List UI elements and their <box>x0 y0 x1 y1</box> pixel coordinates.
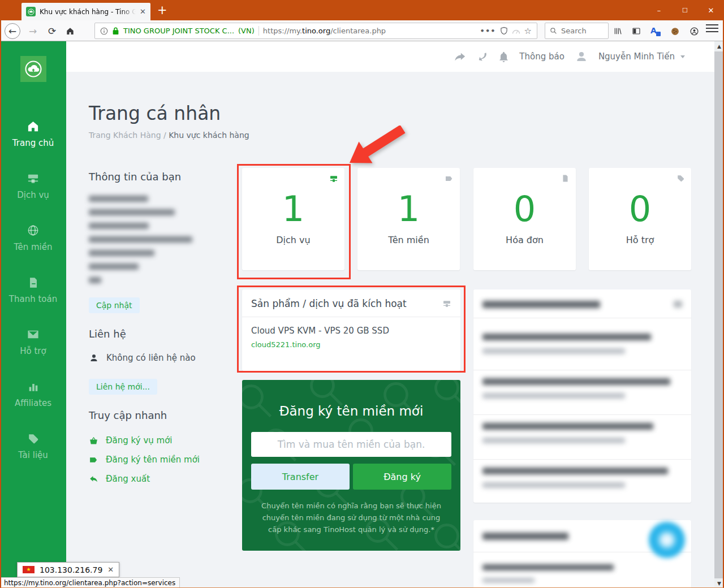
sidebar-item-billing[interactable]: Thanh toán <box>0 264 66 316</box>
browser-tab[interactable]: Khu vực khách hàng - Tino Gro ✕ <box>21 3 150 20</box>
library-icon[interactable] <box>613 27 622 36</box>
sidebar-item-services[interactable]: Dịch vụ <box>0 160 66 212</box>
contacts-title: Liên hệ <box>89 328 126 340</box>
transfer-button[interactable]: Transfer <box>251 464 350 490</box>
bookmark-star-icon[interactable]: ☆ <box>524 26 532 36</box>
browser-toolbar: ← → ⟳ TINO GROUP JOINT STOCK C... (VN) h… <box>0 20 724 41</box>
ip-address: 103.130.216.79 <box>40 565 102 574</box>
status-link-preview: https://my.tino.org/clientarea.php?actio… <box>0 577 180 588</box>
bell-icon[interactable] <box>498 51 509 63</box>
breadcrumb-parent[interactable]: Trang Khách Hàng <box>89 131 161 140</box>
sidebar-item-affiliates[interactable]: Affiliates <box>0 368 66 420</box>
redacted-profile-line <box>89 196 148 202</box>
stat-value: 0 <box>473 188 576 230</box>
maximize-button[interactable]: ☐ <box>672 0 698 20</box>
redacted-profile-line <box>89 263 139 270</box>
reload-button[interactable]: ⟳ <box>44 23 60 39</box>
cookie-extension-icon[interactable] <box>670 27 680 36</box>
tracking-protection-icon[interactable] <box>500 27 508 35</box>
share-icon[interactable] <box>454 51 466 62</box>
redacted-panel-title <box>482 301 600 308</box>
quick-link-logout[interactable]: Đăng xuất <box>89 474 150 484</box>
chat-widget-button[interactable] <box>649 522 685 558</box>
tino-logo[interactable] <box>20 56 46 82</box>
redacted-profile-line <box>89 250 154 256</box>
stat-card-tickets[interactable]: 0 Hỗ trợ <box>589 168 691 270</box>
new-tab-button[interactable]: + <box>157 2 167 18</box>
stat-label: Hóa đơn <box>473 235 576 245</box>
redacted-ticket-title <box>482 334 651 340</box>
notifications-label[interactable]: Thông báo <box>519 51 564 62</box>
transfer-note: Chuyển tên miền có nghĩa rằng bạn sẽ thự… <box>258 500 445 535</box>
new-contact-button[interactable]: Liên hệ mới... <box>89 379 157 395</box>
scroll-up-icon[interactable]: ▲ <box>714 41 724 51</box>
chart-icon <box>27 381 40 393</box>
claw-icon[interactable] <box>476 51 488 62</box>
back-button[interactable]: ← <box>5 23 20 39</box>
redacted-ticket-meta <box>482 438 625 443</box>
page-info-icon[interactable] <box>100 27 108 35</box>
sidebar-item-docs[interactable]: Tài liệu <box>0 420 66 472</box>
redacted-ticket-title <box>482 423 653 430</box>
ev-certificate-region: (VN) <box>238 27 255 35</box>
tag-icon <box>27 433 40 445</box>
quick-access-title: Truy cập nhanh <box>89 409 167 421</box>
account-icon[interactable] <box>689 27 699 36</box>
performance-icon[interactable] <box>512 28 520 34</box>
page-title: Trang cá nhân <box>89 102 221 124</box>
translate-icon[interactable]: A <box>650 26 661 36</box>
sidebars-icon[interactable] <box>632 27 641 36</box>
register-button[interactable]: Đăng ký <box>353 464 451 490</box>
minimize-button[interactable]: – <box>646 0 672 20</box>
menu-icon[interactable] <box>706 24 718 32</box>
forward-button[interactable]: → <box>25 23 41 39</box>
quick-link-register-domain[interactable]: Đăng ký tên miền mới <box>89 455 200 465</box>
sidebar-item-domains[interactable]: Tên miền <box>0 212 66 264</box>
profile-info-title: Thông tin của bạn <box>89 171 181 183</box>
redacted-ticket-title <box>482 468 668 474</box>
close-button[interactable]: ✕ <box>698 0 724 20</box>
tag-icon <box>676 174 685 183</box>
sidebar-item-home[interactable]: Trang chủ <box>0 108 66 160</box>
no-contacts-row: Không có liên hệ nào <box>89 353 196 363</box>
breadcrumb: Trang Khách Hàng / Khu vực khách hàng <box>89 131 249 140</box>
search-input[interactable] <box>561 27 601 35</box>
sidebar-item-support[interactable]: Hỗ trợ <box>0 316 66 368</box>
domain-search-input[interactable] <box>251 432 451 457</box>
stat-label: Tên miền <box>357 235 460 245</box>
flag-icon <box>445 174 454 183</box>
user-avatar-icon[interactable] <box>575 50 588 63</box>
lock-icon <box>112 27 119 35</box>
home-button[interactable] <box>62 23 78 39</box>
logout-icon <box>89 474 98 484</box>
update-button[interactable]: Cập nhật <box>89 297 140 313</box>
annotation-arrow <box>333 126 412 173</box>
site-favicon-icon <box>26 7 36 16</box>
redacted-panel-icon <box>674 301 682 308</box>
page-actions-icon[interactable]: ••• <box>480 27 496 35</box>
redacted-profile-line <box>89 223 149 229</box>
tab-close-icon[interactable]: ✕ <box>140 7 146 16</box>
stat-card-invoices[interactable]: 0 Hóa đơn <box>473 168 576 270</box>
ev-certificate-name[interactable]: TINO GROUP JOINT STOCK C... <box>123 27 234 35</box>
scroll-down-icon[interactable]: ▼ <box>714 578 724 588</box>
page-scrollbar[interactable]: ▲ ▼ <box>714 41 724 588</box>
redacted-profile-line <box>89 209 175 215</box>
flag-icon <box>89 455 98 465</box>
stat-card-domains[interactable]: 1 Tên miền <box>357 168 460 270</box>
search-box[interactable] <box>545 23 609 39</box>
highlight-box-products-panel <box>237 286 466 373</box>
site-sidebar: Trang chủ Dịch vụ Tên miền Thanh toán Hỗ… <box>0 41 66 588</box>
url-bar[interactable]: TINO GROUP JOINT STOCK C... (VN) https:/… <box>94 23 537 39</box>
redacted-news-line <box>482 564 614 570</box>
user-name[interactable]: Nguyễn Minh Tiến <box>598 51 675 62</box>
quick-link-order-service[interactable]: Đăng ký vụ mới <box>89 435 173 446</box>
recent-tickets-panel <box>473 289 691 503</box>
close-icon[interactable]: ✕ <box>107 565 114 574</box>
url-text[interactable]: https://my.tino.org/clientarea.php <box>263 27 386 35</box>
redacted-news-meta <box>482 578 535 583</box>
browser-titlebar: Khu vực khách hàng - Tino Gro ✕ + – ☐ ✕ <box>0 0 724 20</box>
redacted-panel-title <box>482 533 568 540</box>
scrollbar-thumb[interactable] <box>714 51 724 578</box>
server-icon <box>27 172 40 185</box>
